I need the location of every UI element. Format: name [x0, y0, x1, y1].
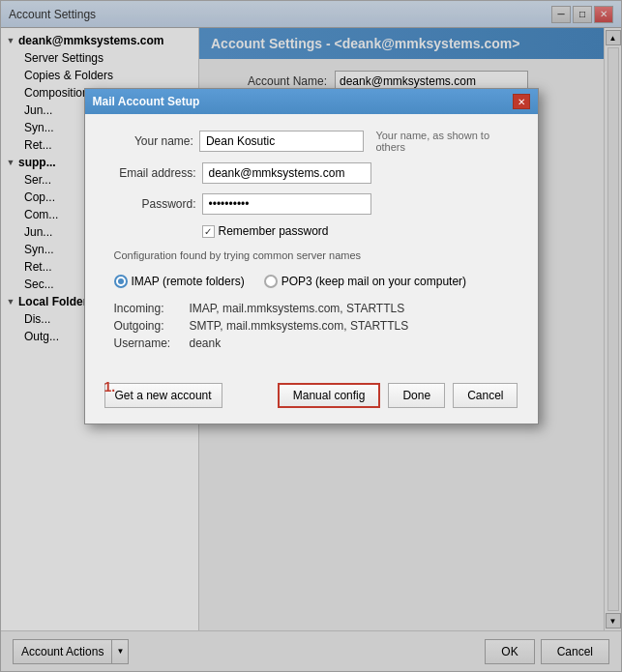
modal-cancel-button[interactable]: Cancel	[453, 383, 518, 408]
username-value: deank	[190, 336, 222, 350]
main-window: Account Settings ─ □ ✕ ▼ deank@mmksystem…	[0, 0, 622, 672]
incoming-label: Incoming:	[114, 302, 182, 315]
protocol-selection-row: IMAP (remote folders) POP3 (keep mail on…	[114, 275, 518, 288]
password-row: Password:	[104, 193, 518, 215]
modal-mail-account-setup: Mail Account Setup ✕ Your name: Your nam…	[84, 88, 539, 424]
server-info: Incoming: IMAP, mail.mmksystems.com, STA…	[114, 302, 518, 350]
imap-option[interactable]: IMAP (remote folders)	[114, 275, 245, 288]
get-new-account-button[interactable]: Get a new account	[104, 383, 222, 408]
your-name-hint: Your name, as shown to others	[375, 130, 518, 153]
remember-password-row: ✓ Remember password	[202, 224, 518, 238]
your-name-input[interactable]	[199, 131, 365, 152]
manual-config-button[interactable]: Manual config	[278, 383, 381, 408]
remember-password-checkbox[interactable]: ✓	[202, 225, 215, 238]
imap-label: IMAP (remote folders)	[132, 275, 245, 288]
modal-body: Your name: Your name, as shown to others…	[85, 114, 538, 379]
modal-title: Mail Account Setup	[93, 95, 200, 108]
imap-radio-dot	[118, 278, 124, 284]
outgoing-value: SMTP, mail.mmksystems.com, STARTTLS	[190, 319, 409, 333]
outgoing-label: Outgoing:	[114, 319, 182, 333]
email-input[interactable]	[202, 162, 371, 184]
incoming-row: Incoming: IMAP, mail.mmksystems.com, STA…	[114, 302, 518, 315]
pop3-option[interactable]: POP3 (keep mail on your computer)	[264, 275, 466, 288]
pop3-label: POP3 (keep mail on your computer)	[281, 275, 466, 288]
password-input[interactable]	[202, 193, 371, 215]
done-button[interactable]: Done	[388, 383, 445, 408]
modal-title-bar: Mail Account Setup ✕	[85, 89, 538, 114]
step-indicator: 1.	[104, 379, 116, 394]
username-row: Username: deank	[114, 336, 518, 350]
imap-radio[interactable]	[114, 275, 128, 288]
username-label: Username:	[114, 336, 182, 350]
incoming-value: IMAP, mail.mmksystems.com, STARTTLS	[190, 302, 405, 315]
modal-footer: 1. Get a new account Manual config Done …	[85, 379, 538, 424]
email-label: Email address:	[104, 166, 196, 180]
password-label: Password:	[104, 197, 196, 211]
modal-right-buttons: Manual config Done Cancel	[278, 383, 518, 408]
remember-password-label: Remember password	[219, 224, 329, 238]
email-row: Email address:	[104, 162, 518, 184]
modal-overlay: Mail Account Setup ✕ Your name: Your nam…	[1, 1, 621, 671]
modal-close-button[interactable]: ✕	[513, 94, 530, 109]
config-found-text: Configuration found by trying common ser…	[114, 249, 518, 261]
outgoing-row: Outgoing: SMTP, mail.mmksystems.com, STA…	[114, 319, 518, 333]
pop3-radio[interactable]	[264, 275, 278, 288]
your-name-row: Your name: Your name, as shown to others	[104, 130, 518, 153]
your-name-label: Your name:	[104, 134, 193, 148]
